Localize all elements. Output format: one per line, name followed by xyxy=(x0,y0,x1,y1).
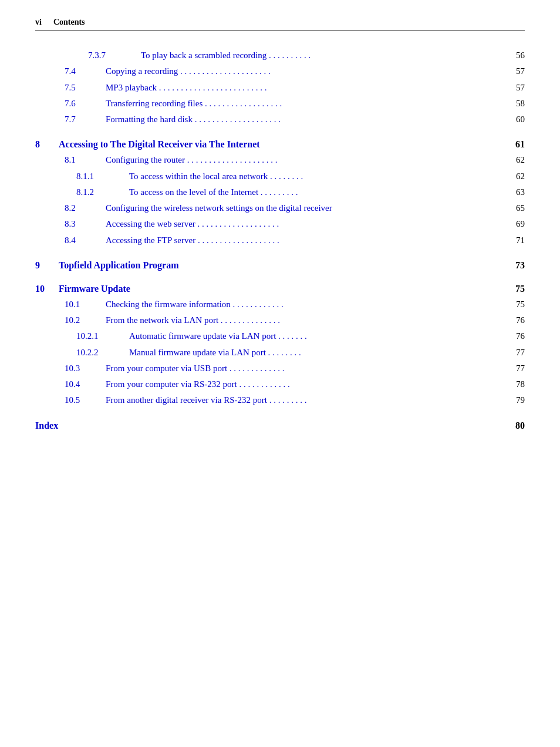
toc-label-101: Checking the firmware information . . . … xyxy=(106,298,507,311)
toc-page-75: 57 xyxy=(507,81,525,95)
toc-label-103: From your computer via USB port . . . . … xyxy=(106,362,507,375)
toc-section-8: 8 Accessing to The Digital Receiver via … xyxy=(35,139,525,247)
toc-page-101: 75 xyxy=(507,298,525,311)
chapter-10-page: 75 xyxy=(507,284,525,294)
toc-page-103: 77 xyxy=(507,362,525,375)
toc-row-812[interactable]: 8.1.2 To access on the level of the Inte… xyxy=(35,186,525,199)
toc-row-81[interactable]: 8.1 Configuring the router . . . . . . .… xyxy=(35,153,525,167)
toc-label-102: From the network via LAN port . . . . . … xyxy=(106,314,507,327)
toc-row-77[interactable]: 7.7 Formatting the hard disk . . . . . .… xyxy=(35,113,525,126)
toc-page-1022: 77 xyxy=(507,346,525,359)
toc-number-812: 8.1.2 xyxy=(76,186,129,199)
toc-page-812: 63 xyxy=(507,186,525,199)
toc-page-83: 69 xyxy=(507,217,525,231)
toc-label-812: To access on the level of the Internet .… xyxy=(129,186,507,199)
toc-row-102[interactable]: 10.2 From the network via LAN port . . .… xyxy=(35,314,525,327)
chapter-8-heading[interactable]: 8 Accessing to The Digital Receiver via … xyxy=(35,139,525,150)
toc-label-737: To play back a scrambled recording . . .… xyxy=(141,49,507,62)
chapter-10-heading[interactable]: 10 Firmware Update 75 xyxy=(35,284,525,294)
toc-section-9: 9 Topfield Application Program 73 xyxy=(35,260,525,271)
toc-label-1021: Automatic firmware update via LAN port .… xyxy=(129,329,507,343)
toc-label-104: From your computer via RS-232 port . . .… xyxy=(106,378,507,391)
toc-page-102: 76 xyxy=(507,314,525,327)
toc-number-737: 7.3.7 xyxy=(88,49,141,62)
toc-section-10: 10 Firmware Update 75 10.1 Checking the … xyxy=(35,284,525,408)
toc-label-811: To access within the local area network … xyxy=(129,170,507,183)
toc-number-103: 10.3 xyxy=(65,362,106,375)
toc-row-104[interactable]: 10.4 From your computer via RS-232 port … xyxy=(35,378,525,391)
toc-number-1022: 10.2.2 xyxy=(76,346,129,359)
toc-page-1021: 76 xyxy=(507,329,525,343)
toc-number-104: 10.4 xyxy=(65,378,106,391)
toc-row-75[interactable]: 7.5 MP3 playback . . . . . . . . . . . .… xyxy=(35,81,525,95)
toc-row-105[interactable]: 10.5 From another digital receiver via R… xyxy=(35,393,525,407)
toc-page-84: 71 xyxy=(507,234,525,247)
toc-page-82: 65 xyxy=(507,201,525,215)
toc-number-81: 8.1 xyxy=(65,153,106,167)
toc-page-104: 78 xyxy=(507,378,525,391)
toc-row-811[interactable]: 8.1.1 To access within the local area ne… xyxy=(35,170,525,183)
header-title: Contents xyxy=(53,18,85,27)
page-header: vi Contents xyxy=(35,18,525,31)
chapter-10-number: 10 xyxy=(35,284,59,294)
toc-page-76: 58 xyxy=(507,97,525,110)
toc-page-81: 62 xyxy=(507,153,525,167)
index-section[interactable]: Index 80 xyxy=(35,420,525,431)
toc-label-84: Accessing the FTP server . . . . . . . .… xyxy=(106,234,507,247)
index-label: Index xyxy=(35,420,507,431)
chapter-9-number: 9 xyxy=(35,260,59,271)
toc-number-76: 7.6 xyxy=(65,97,106,110)
toc-number-83: 8.3 xyxy=(65,217,106,231)
toc-section-7: 7.3.7 To play back a scrambled recording… xyxy=(35,49,525,126)
toc-label-77: Formatting the hard disk . . . . . . . .… xyxy=(106,113,507,126)
toc-number-101: 10.1 xyxy=(65,298,106,311)
toc-row-74[interactable]: 7.4 Copying a recording . . . . . . . . … xyxy=(35,65,525,78)
toc-row-83[interactable]: 8.3 Accessing the web server . . . . . .… xyxy=(35,217,525,231)
chapter-9-heading[interactable]: 9 Topfield Application Program 73 xyxy=(35,260,525,271)
toc-number-105: 10.5 xyxy=(65,393,106,407)
toc-page-74: 57 xyxy=(507,65,525,78)
toc-row-84[interactable]: 8.4 Accessing the FTP server . . . . . .… xyxy=(35,234,525,247)
toc-page-811: 62 xyxy=(507,170,525,183)
toc-row-737[interactable]: 7.3.7 To play back a scrambled recording… xyxy=(35,49,525,62)
toc-row-82[interactable]: 8.2 Configuring the wireless network set… xyxy=(35,201,525,215)
toc-label-74: Copying a recording . . . . . . . . . . … xyxy=(106,65,507,78)
toc-row-76[interactable]: 7.6 Transferring recording files . . . .… xyxy=(35,97,525,110)
toc-label-1022: Manual firmware update via LAN port . . … xyxy=(129,346,507,359)
toc-page-737: 56 xyxy=(507,49,525,62)
toc-number-811: 8.1.1 xyxy=(76,170,129,183)
chapter-9-page: 73 xyxy=(507,260,525,271)
toc-page-105: 79 xyxy=(507,393,525,407)
chapter-8-title: Accessing to The Digital Receiver via Th… xyxy=(59,139,507,150)
toc-label-75: MP3 playback . . . . . . . . . . . . . .… xyxy=(106,81,507,95)
toc-number-82: 8.2 xyxy=(65,201,106,215)
toc-number-1021: 10.2.1 xyxy=(76,329,129,343)
toc-page-77: 60 xyxy=(507,113,525,126)
toc-label-76: Transferring recording files . . . . . .… xyxy=(106,97,507,110)
page-number: vi xyxy=(35,18,42,27)
chapter-10-title: Firmware Update xyxy=(59,284,507,294)
toc-label-83: Accessing the web server . . . . . . . .… xyxy=(106,217,507,231)
toc-row-1021[interactable]: 10.2.1 Automatic firmware update via LAN… xyxy=(35,329,525,343)
chapter-9-title: Topfield Application Program xyxy=(59,260,507,271)
toc-row-1022[interactable]: 10.2.2 Manual firmware update via LAN po… xyxy=(35,346,525,359)
toc-number-77: 7.7 xyxy=(65,113,106,126)
toc-number-84: 8.4 xyxy=(65,234,106,247)
toc-row-103[interactable]: 10.3 From your computer via USB port . .… xyxy=(35,362,525,375)
toc-number-102: 10.2 xyxy=(65,314,106,327)
table-of-contents: 7.3.7 To play back a scrambled recording… xyxy=(35,49,525,431)
toc-label-105: From another digital receiver via RS-232… xyxy=(106,393,507,407)
toc-number-75: 7.5 xyxy=(65,81,106,95)
index-page: 80 xyxy=(507,420,525,431)
chapter-8-number: 8 xyxy=(35,139,59,150)
chapter-8-page: 61 xyxy=(507,139,525,150)
toc-row-101[interactable]: 10.1 Checking the firmware information .… xyxy=(35,298,525,311)
toc-number-74: 7.4 xyxy=(65,65,106,78)
toc-label-81: Configuring the router . . . . . . . . .… xyxy=(106,153,507,167)
toc-label-82: Configuring the wireless network setting… xyxy=(106,201,507,215)
